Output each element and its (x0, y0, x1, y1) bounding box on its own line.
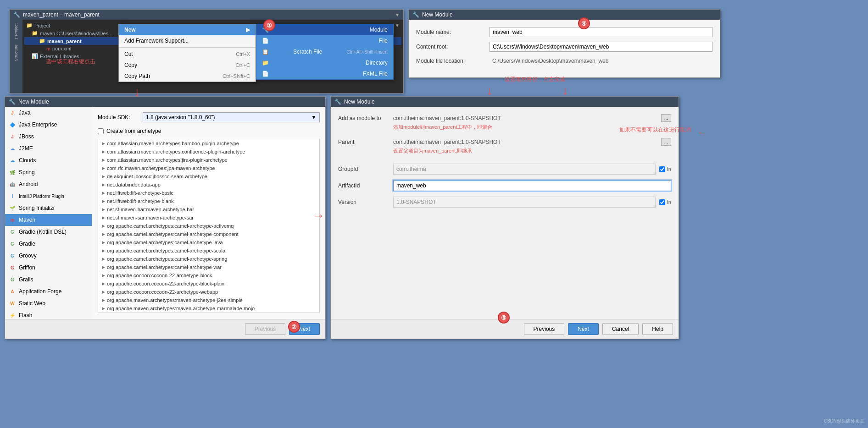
archetype-item[interactable]: ▶com.atlassian.maven.archetypes:bamboo-p… (98, 139, 319, 148)
sub-fxml-label: FXML File (363, 71, 388, 77)
project-title: maven_parent – maven_parent (23, 11, 100, 18)
sub-item-file[interactable]: 📄 File (256, 35, 393, 46)
wizard-item-clouds[interactable]: ☁ Clouds (5, 154, 92, 166)
wizard-item-appforge[interactable]: A Application Forge (5, 285, 92, 297)
inherit-version: In (659, 199, 671, 205)
groupid-input[interactable] (393, 164, 656, 175)
artifactid-input[interactable] (393, 180, 671, 191)
sdk-value: 1.8 (java version "1.8.0_60") (146, 114, 215, 121)
new-module-icon: 🔧 (412, 11, 419, 18)
wizard-item-staticweb-label: Static Web (19, 300, 45, 307)
wizard-item-gradle[interactable]: G Gradle (5, 238, 92, 250)
javaee-icon: 🔷 (9, 121, 16, 128)
inherit-version-check[interactable] (659, 199, 665, 205)
new-module-top-title: New Module (422, 11, 453, 18)
appforge-icon: A (9, 288, 16, 295)
sdk-dropdown[interactable]: 1.8 (java version "1.8.0_60") ▼ (143, 112, 320, 122)
sub-item-directory[interactable]: 📁 Directory (256, 57, 393, 68)
ctx-copy-label: Copy (124, 62, 137, 68)
cancel-button-right[interactable]: Cancel (602, 323, 639, 335)
ctx-item-new[interactable]: New ▶ (119, 24, 256, 35)
archetype-checkbox-input[interactable] (98, 128, 104, 134)
sub-dir-icon: 📁 (262, 60, 269, 66)
content-root-input[interactable] (490, 42, 712, 52)
wizard-item-jboss[interactable]: J JBoss (5, 131, 92, 143)
new-module-top-content: Module name: Content root: Module file l… (409, 20, 720, 77)
previous-button-left[interactable]: Previous (245, 323, 286, 335)
archetype-item[interactable]: ▶org.apache.camel.archetypes:camel-arche… (98, 247, 319, 255)
archetype-item[interactable]: ▶com.atlassian.maven.archetypes:jira-plu… (98, 156, 319, 164)
archetype-item[interactable]: ▶org.apache.maven.archetypes:maven-arche… (98, 304, 319, 313)
chevron-icon: ▶ (102, 240, 105, 245)
archetype-item[interactable]: ▶com.rfc.maven.archetypes:jpa-maven-arch… (98, 164, 319, 172)
sub-file-label: File (379, 38, 388, 44)
wizard-item-java[interactable]: J Java (5, 107, 92, 119)
parent-btn[interactable]: ... (661, 138, 671, 146)
previous-button-right[interactable]: Previous (524, 323, 565, 335)
wizard-list: J Java 🔷 Java Enterprise J JBoss ☁ J2ME … (5, 107, 92, 319)
archetype-item[interactable]: ▶org.apache.camel.archetypes:camel-arche… (98, 263, 319, 271)
wizard-item-javaee[interactable]: 🔷 Java Enterprise (5, 119, 92, 131)
ctx-item-framework[interactable]: Add Framework Support... (119, 35, 256, 46)
archetype-item[interactable]: ▶net.sf.maven-sar:maven-archetype-sar (98, 214, 319, 222)
inherit-groupid-check[interactable] (659, 166, 665, 172)
sdk-dropdown-icon: ▼ (311, 114, 317, 121)
ctx-item-cut[interactable]: Cut Ctrl+X (119, 49, 256, 60)
sub-item-module[interactable]: 🔧 Module (256, 24, 393, 35)
wizard-item-spring[interactable]: 🌿 Spring (5, 166, 92, 178)
archetype-item[interactable]: ▶de.akquinet.jbosscc:jbosscc-seam-archet… (98, 172, 319, 181)
wizard-item-intellij-label: IntelliJ Platform Plugin (19, 194, 64, 199)
wizard-item-maven[interactable]: m Maven (5, 214, 92, 226)
chevron-icon: ▶ (102, 273, 105, 278)
archetype-list[interactable]: ▶com.atlassian.maven.archetypes:bamboo-p… (98, 139, 320, 313)
wizard-item-flash[interactable]: ⚡ Flash (5, 309, 92, 319)
archetype-item[interactable]: ▶com.atlassian.maven.archetypes:confluen… (98, 148, 319, 156)
wizard-item-android-label: Android (19, 181, 38, 187)
archetype-item[interactable]: ▶org.apache.camel.archetypes:camel-arche… (98, 255, 319, 263)
sub-dir-label: Directory (366, 60, 388, 66)
archetype-item[interactable]: ▶org.apache.camel.archetypes:camel-arche… (98, 230, 319, 238)
wizard-item-j2me-label: J2ME (19, 145, 33, 152)
wizard-item-grails[interactable]: G Grails (5, 274, 92, 285)
wizard-item-android[interactable]: 🤖 Android (5, 178, 92, 190)
wizard-item-jboss-label: JBoss (19, 133, 34, 140)
parent-row: Parent com.itheima:maven_parent:1.0-SNAP… (338, 138, 671, 146)
archetype-item[interactable]: ▶net.databinder:data-app (98, 181, 319, 189)
wizard-item-spring-init[interactable]: 🌱 Spring Initializr (5, 202, 92, 214)
chevron-icon: ▶ (102, 207, 105, 212)
wizard-item-intellij[interactable]: I IntelliJ Platform Plugin (5, 190, 92, 202)
sub-scratch-icon: 📋 (262, 49, 269, 55)
ctx-item-copy[interactable]: Copy Ctrl+C (119, 60, 256, 71)
archetype-item[interactable]: ▶org.apache.cocoon:cocoon-22-archetype-w… (98, 288, 319, 296)
next-button-right[interactable]: Next (568, 323, 599, 335)
archetype-item[interactable]: ▶net.liftweb:lift-archetype-basic (98, 189, 319, 197)
archetype-item[interactable]: ▶org.apache.camel.archetypes:camel-arche… (98, 222, 319, 230)
help-button-right[interactable]: Help (642, 323, 673, 335)
version-input[interactable] (393, 197, 656, 208)
chevron-icon: ▶ (102, 306, 105, 311)
submenu: 🔧 Module 📄 File 📋 Scratch File Ctrl+Alt+… (256, 24, 394, 80)
ctx-item-copypath[interactable]: Copy Path Ctrl+Shift+C (119, 71, 256, 82)
archetype-item[interactable]: ▶org.apache.maven.archetypes:maven-arche… (98, 296, 319, 304)
tree-pom-label: pom.xml (52, 46, 72, 51)
wizard-item-staticweb[interactable]: W Static Web (5, 297, 92, 309)
chevron-icon: ▶ (102, 182, 105, 187)
archetype-item[interactable]: ▶net.sf.maven-har:maven-archetype-har (98, 205, 319, 214)
griffon-icon: G (9, 264, 16, 271)
archetype-item[interactable]: ▶org.apache.camel.archetypes:camel-arche… (98, 238, 319, 247)
add-as-module-btn[interactable]: ... (661, 114, 671, 122)
ctx-copy-shortcut: Ctrl+C (236, 62, 250, 68)
wizard-item-groovy[interactable]: G Groovy (5, 250, 92, 262)
wizard-item-gradle-kotlin[interactable]: G Gradle (Kotlin DSL) (5, 226, 92, 238)
wizard-item-j2me[interactable]: ☁ J2ME (5, 143, 92, 154)
module-name-input[interactable] (490, 27, 712, 37)
archetype-item[interactable]: ▶org.apache.cocoon:cocoon-22-archetype-b… (98, 280, 319, 288)
archetype-item[interactable]: ▶org.apache.cocoon:cocoon-22-archetype-b… (98, 271, 319, 280)
sub-item-fxml[interactable]: 📄 FXML File (256, 68, 393, 79)
tree-maven-label: maven C:\Users\Windows\Des... (40, 31, 112, 36)
module-file-location: C:\Users\Windows\Desktop\maven\maven_web (490, 56, 712, 66)
wizard-title: New Module (18, 99, 49, 105)
sub-item-scratch[interactable]: 📋 Scratch File Ctrl+Alt+Shift+Insert (256, 46, 393, 57)
archetype-item[interactable]: ▶net.liftweb:lift-archetype-blank (98, 197, 319, 205)
wizard-item-griffon[interactable]: G Griffon (5, 262, 92, 274)
